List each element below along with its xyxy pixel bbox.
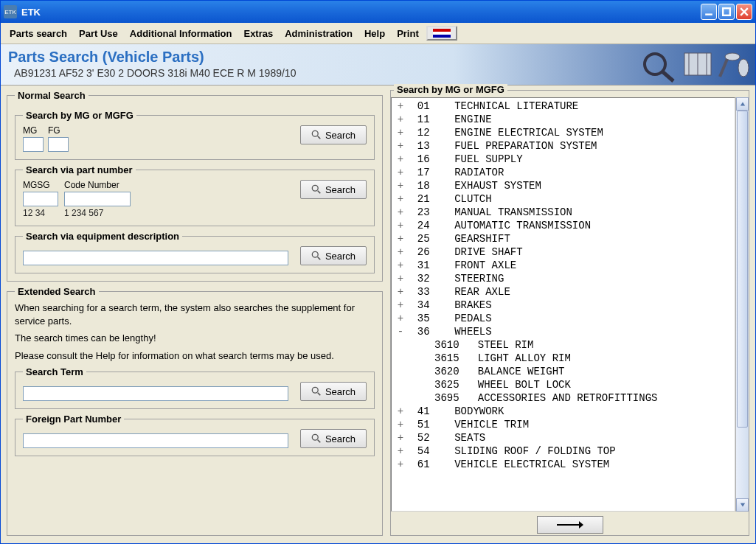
svg-point-2 xyxy=(645,54,665,74)
menu-help[interactable]: Help xyxy=(360,27,389,41)
tree-item[interactable]: + 54 SLIDING ROOF / FOLDING TOP xyxy=(392,444,735,458)
svg-line-20 xyxy=(318,440,321,443)
tree-item[interactable]: + 25 GEARSHIFT xyxy=(392,232,735,245)
equipment-description-input[interactable] xyxy=(23,251,288,265)
tree-list[interactable]: + 01 TECHNICAL LITERATURE+ 11 ENGINE+ 12… xyxy=(391,97,735,512)
tree-child-item[interactable]: 3620 BALANCE WEIGHT xyxy=(392,365,735,378)
mg-mgfg-search-button[interactable]: Search xyxy=(300,125,367,144)
svg-point-15 xyxy=(312,251,318,257)
extended-search-group: Extended Search When searching for a sea… xyxy=(7,286,383,536)
tree-scrollbar[interactable] xyxy=(735,97,749,512)
tree-item[interactable]: + 24 AUTOMATIC TRANSMISSION xyxy=(392,219,735,232)
tree-item[interactable]: + 41 BODYWORK xyxy=(392,405,735,418)
tree-toggle-icon[interactable]: + xyxy=(396,192,405,206)
menu-parts-search[interactable]: Parts search xyxy=(5,27,72,41)
tree-item[interactable]: + 33 REAR AXLE xyxy=(392,285,735,299)
search-icon xyxy=(311,184,322,195)
next-arrow-button[interactable] xyxy=(537,516,603,534)
tree-item[interactable]: + 21 CLUTCH xyxy=(392,192,735,206)
search-term-search-button[interactable]: Search xyxy=(300,382,367,401)
search-mg-mgfg-group: Search by MG or MGFG MG FG xyxy=(15,110,375,160)
tree-toggle-icon[interactable]: + xyxy=(396,113,405,126)
tree-item[interactable]: - 36 WHEELS xyxy=(392,325,735,338)
maximize-button[interactable] xyxy=(718,4,735,20)
tree-toggle-icon[interactable]: + xyxy=(396,458,405,471)
tree-toggle-icon[interactable]: + xyxy=(396,405,405,418)
tree-item[interactable]: + 16 FUEL SUPPLY xyxy=(392,153,735,166)
tree-toggle-icon[interactable]: + xyxy=(396,418,405,431)
tree-item[interactable]: + 52 SEATS xyxy=(392,431,735,444)
menu-additional-info[interactable]: Additional Information xyxy=(125,27,237,41)
tree-toggle-icon[interactable]: + xyxy=(396,272,405,285)
tree-child-item[interactable]: 3610 STEEL RIM xyxy=(392,338,735,352)
tree-item[interactable]: + 34 BRAKES xyxy=(392,299,735,312)
foreign-part-search-button[interactable]: Search xyxy=(300,429,367,448)
tree-item[interactable]: + 61 VEHICLE ELECTRICAL SYSTEM xyxy=(392,458,735,471)
menu-print[interactable]: Print xyxy=(392,27,423,41)
tree-child-item[interactable]: 3615 LIGHT ALLOY RIM xyxy=(392,352,735,365)
search-icon xyxy=(311,130,322,140)
tree-item[interactable]: + 35 PEDALS xyxy=(392,312,735,325)
search-part-number-group: Search via part number MGSG 12 34 Cod xyxy=(15,164,375,226)
tree-toggle-icon[interactable]: + xyxy=(396,139,405,153)
tree-item[interactable]: + 32 STEERING xyxy=(392,272,735,285)
close-button[interactable] xyxy=(736,4,752,20)
scroll-up-button[interactable] xyxy=(736,97,749,111)
tree-child-item[interactable]: 3695 ACCESSORIES AND RETROFITTINGS xyxy=(392,391,735,405)
code-number-input[interactable] xyxy=(64,192,131,206)
menubar: Parts search Part Use Additional Informa… xyxy=(1,23,755,44)
mgsg-input[interactable] xyxy=(23,192,58,206)
tree-item[interactable]: + 26 DRIVE SHAFT xyxy=(392,245,735,259)
tree-toggle-icon[interactable]: + xyxy=(396,166,405,179)
foreign-part-input[interactable] xyxy=(23,433,288,448)
equipment-search-button[interactable]: Search xyxy=(300,246,367,265)
tree-item[interactable]: + 17 RADIATOR xyxy=(392,166,735,179)
tree-toggle-icon[interactable]: + xyxy=(396,179,405,192)
tree-item[interactable]: + 01 TECHNICAL LITERATURE xyxy=(392,100,735,113)
tree-toggle-icon[interactable]: + xyxy=(396,232,405,245)
scroll-down-button[interactable] xyxy=(736,498,749,512)
tree-toggle-icon[interactable]: + xyxy=(396,444,405,458)
fg-input[interactable] xyxy=(48,137,69,152)
extended-search-text2: The search times can be lengthy! xyxy=(15,332,375,345)
tree-item[interactable]: + 12 ENGINE ELECTRICAL SYSTEM xyxy=(392,126,735,139)
svg-point-17 xyxy=(312,388,318,394)
tree-item[interactable]: + 31 FRONT AXLE xyxy=(392,259,735,272)
menu-extras[interactable]: Extras xyxy=(239,27,277,41)
svg-rect-1 xyxy=(723,8,730,15)
mgsg-hint: 12 34 xyxy=(23,208,58,218)
menu-administration[interactable]: Administration xyxy=(280,27,357,41)
tree-item[interactable]: + 13 FUEL PREPARATION SYSTEM xyxy=(392,139,735,153)
tree-toggle-icon[interactable]: + xyxy=(396,431,405,444)
search-term-input[interactable] xyxy=(23,386,288,401)
tree-toggle-icon[interactable]: + xyxy=(396,153,405,166)
tree-item[interactable]: + 18 EXHAUST SYSTEM xyxy=(392,179,735,192)
minimize-button[interactable] xyxy=(701,4,717,20)
tree-toggle-icon[interactable]: + xyxy=(396,299,405,312)
scroll-thumb[interactable] xyxy=(737,111,748,428)
app-window: ETK ETK Parts search Part Use Additional… xyxy=(0,0,756,544)
tree-toggle-icon[interactable]: + xyxy=(396,126,405,139)
foreign-part-legend: Foreign Part Number xyxy=(23,414,124,425)
tree-toggle-icon[interactable]: - xyxy=(396,325,405,338)
code-number-label: Code Number xyxy=(64,180,131,190)
tree-item[interactable]: + 23 MANUAL TRANSMISSION xyxy=(392,206,735,219)
tree-toggle-icon[interactable]: + xyxy=(396,312,405,325)
language-flag-button[interactable] xyxy=(426,26,457,41)
tree-toggle-icon[interactable]: + xyxy=(396,100,405,113)
arrow-right-icon xyxy=(555,520,585,529)
tree-toggle-icon[interactable]: + xyxy=(396,259,405,272)
tree-toggle-icon[interactable]: + xyxy=(396,219,405,232)
svg-line-18 xyxy=(318,393,321,396)
search-button-label: Search xyxy=(325,386,356,397)
part-number-search-button[interactable]: Search xyxy=(300,180,367,199)
mg-input[interactable] xyxy=(23,137,44,152)
menu-part-use[interactable]: Part Use xyxy=(74,27,122,41)
tree-toggle-icon[interactable]: + xyxy=(396,285,405,299)
tree-toggle-icon[interactable]: + xyxy=(396,206,405,219)
tree-item[interactable]: + 11 ENGINE xyxy=(392,113,735,126)
tree-child-item[interactable]: 3625 WHEEL BOLT LOCK xyxy=(392,378,735,391)
tree-item[interactable]: + 51 VEHICLE TRIM xyxy=(392,418,735,431)
extended-search-text3: Please consult the Help for information … xyxy=(15,349,375,363)
tree-toggle-icon[interactable]: + xyxy=(396,245,405,259)
